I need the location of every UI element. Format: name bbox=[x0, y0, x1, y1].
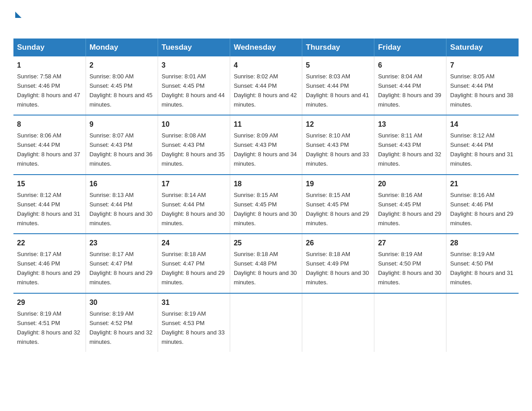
calendar-day-cell: 16Sunrise: 8:13 AMSunset: 4:44 PMDayligh… bbox=[86, 175, 158, 234]
day-number: 6 bbox=[378, 60, 442, 71]
day-number: 13 bbox=[378, 119, 442, 130]
calendar-day-cell: 20Sunrise: 8:16 AMSunset: 4:45 PMDayligh… bbox=[374, 175, 446, 234]
calendar-day-cell: 25Sunrise: 8:18 AMSunset: 4:48 PMDayligh… bbox=[230, 234, 302, 293]
day-number: 15 bbox=[17, 179, 82, 190]
day-number: 19 bbox=[306, 179, 370, 190]
calendar-day-cell: 1Sunrise: 7:58 AMSunset: 4:46 PMDaylight… bbox=[13, 56, 86, 115]
day-info: Sunrise: 8:16 AMSunset: 4:46 PMDaylight:… bbox=[450, 192, 513, 227]
day-info: Sunrise: 8:00 AMSunset: 4:45 PMDaylight:… bbox=[90, 73, 153, 108]
calendar-day-cell: 22Sunrise: 8:17 AMSunset: 4:46 PMDayligh… bbox=[13, 234, 86, 293]
header-saturday: Saturday bbox=[446, 39, 519, 56]
day-number: 17 bbox=[162, 179, 226, 190]
day-info: Sunrise: 8:19 AMSunset: 4:52 PMDaylight:… bbox=[90, 310, 153, 345]
calendar-day-cell: 31Sunrise: 8:19 AMSunset: 4:53 PMDayligh… bbox=[158, 293, 230, 352]
day-number: 26 bbox=[306, 238, 370, 249]
day-info: Sunrise: 8:17 AMSunset: 4:46 PMDaylight:… bbox=[17, 251, 80, 286]
day-info: Sunrise: 8:11 AMSunset: 4:43 PMDaylight:… bbox=[378, 132, 441, 167]
day-info: Sunrise: 8:19 AMSunset: 4:50 PMDaylight:… bbox=[378, 251, 441, 286]
calendar-day-cell: 10Sunrise: 8:08 AMSunset: 4:43 PMDayligh… bbox=[158, 115, 230, 174]
logo: General bbox=[13, 9, 62, 30]
day-number: 16 bbox=[90, 179, 154, 190]
calendar-week-row: 1Sunrise: 7:58 AMSunset: 4:46 PMDaylight… bbox=[13, 56, 519, 115]
day-info: Sunrise: 8:09 AMSunset: 4:43 PMDaylight:… bbox=[234, 132, 297, 167]
calendar-day-cell bbox=[374, 293, 446, 352]
day-number: 30 bbox=[90, 297, 154, 308]
day-info: Sunrise: 8:19 AMSunset: 4:53 PMDaylight:… bbox=[162, 310, 225, 345]
day-info: Sunrise: 8:12 AMSunset: 4:44 PMDaylight:… bbox=[17, 192, 80, 227]
day-number: 25 bbox=[234, 238, 298, 249]
calendar-day-cell: 30Sunrise: 8:19 AMSunset: 4:52 PMDayligh… bbox=[86, 293, 158, 352]
calendar-day-cell: 3Sunrise: 8:01 AMSunset: 4:45 PMDaylight… bbox=[158, 56, 230, 115]
day-number: 12 bbox=[306, 119, 370, 130]
header-sunday: Sunday bbox=[13, 39, 86, 56]
calendar-day-cell: 28Sunrise: 8:19 AMSunset: 4:50 PMDayligh… bbox=[446, 234, 519, 293]
day-number: 28 bbox=[450, 238, 515, 249]
header-thursday: Thursday bbox=[302, 39, 374, 56]
day-info: Sunrise: 8:14 AMSunset: 4:44 PMDaylight:… bbox=[162, 192, 225, 227]
day-number: 31 bbox=[162, 297, 226, 308]
calendar-week-row: 8Sunrise: 8:06 AMSunset: 4:44 PMDaylight… bbox=[13, 115, 519, 174]
calendar-day-cell bbox=[446, 293, 519, 352]
day-number: 9 bbox=[90, 119, 154, 130]
day-number: 7 bbox=[450, 60, 515, 71]
calendar-header-row: Sunday Monday Tuesday Wednesday Thursday… bbox=[13, 39, 519, 56]
day-info: Sunrise: 8:17 AMSunset: 4:47 PMDaylight:… bbox=[90, 251, 153, 286]
calendar-day-cell: 6Sunrise: 8:04 AMSunset: 4:44 PMDaylight… bbox=[374, 56, 446, 115]
header-wednesday: Wednesday bbox=[230, 39, 302, 56]
calendar-day-cell: 11Sunrise: 8:09 AMSunset: 4:43 PMDayligh… bbox=[230, 115, 302, 174]
day-number: 1 bbox=[17, 60, 82, 71]
day-info: Sunrise: 8:13 AMSunset: 4:44 PMDaylight:… bbox=[90, 192, 153, 227]
day-info: Sunrise: 8:06 AMSunset: 4:44 PMDaylight:… bbox=[17, 132, 80, 167]
day-info: Sunrise: 8:08 AMSunset: 4:43 PMDaylight:… bbox=[162, 132, 225, 167]
day-info: Sunrise: 8:19 AMSunset: 4:50 PMDaylight:… bbox=[450, 251, 513, 286]
day-number: 5 bbox=[306, 60, 370, 71]
day-info: Sunrise: 8:02 AMSunset: 4:44 PMDaylight:… bbox=[234, 73, 297, 108]
calendar-body: 1Sunrise: 7:58 AMSunset: 4:46 PMDaylight… bbox=[13, 56, 519, 352]
day-info: Sunrise: 8:16 AMSunset: 4:45 PMDaylight:… bbox=[378, 192, 441, 227]
day-number: 10 bbox=[162, 119, 226, 130]
header-monday: Monday bbox=[86, 39, 158, 56]
header-friday: Friday bbox=[374, 39, 446, 56]
calendar-day-cell: 2Sunrise: 8:00 AMSunset: 4:45 PMDaylight… bbox=[86, 56, 158, 115]
day-info: Sunrise: 8:18 AMSunset: 4:48 PMDaylight:… bbox=[234, 251, 297, 286]
calendar-day-cell: 9Sunrise: 8:07 AMSunset: 4:43 PMDaylight… bbox=[86, 115, 158, 174]
page-header: General bbox=[13, 9, 519, 30]
day-number: 4 bbox=[234, 60, 298, 71]
day-number: 2 bbox=[90, 60, 154, 71]
calendar-day-cell: 27Sunrise: 8:19 AMSunset: 4:50 PMDayligh… bbox=[374, 234, 446, 293]
day-info: Sunrise: 8:01 AMSunset: 4:45 PMDaylight:… bbox=[162, 73, 225, 108]
day-info: Sunrise: 8:18 AMSunset: 4:49 PMDaylight:… bbox=[306, 251, 369, 286]
day-info: Sunrise: 7:58 AMSunset: 4:46 PMDaylight:… bbox=[17, 73, 80, 108]
day-info: Sunrise: 8:15 AMSunset: 4:45 PMDaylight:… bbox=[306, 192, 369, 227]
calendar-day-cell: 26Sunrise: 8:18 AMSunset: 4:49 PMDayligh… bbox=[302, 234, 374, 293]
calendar-day-cell: 17Sunrise: 8:14 AMSunset: 4:44 PMDayligh… bbox=[158, 175, 230, 234]
calendar-day-cell: 29Sunrise: 8:19 AMSunset: 4:51 PMDayligh… bbox=[13, 293, 86, 352]
day-info: Sunrise: 8:03 AMSunset: 4:44 PMDaylight:… bbox=[306, 73, 369, 108]
calendar-table: Sunday Monday Tuesday Wednesday Thursday… bbox=[13, 39, 519, 352]
day-number: 18 bbox=[234, 179, 298, 190]
day-number: 20 bbox=[378, 179, 442, 190]
calendar-day-cell: 24Sunrise: 8:18 AMSunset: 4:47 PMDayligh… bbox=[158, 234, 230, 293]
day-info: Sunrise: 8:05 AMSunset: 4:44 PMDaylight:… bbox=[450, 73, 513, 108]
day-number: 23 bbox=[90, 238, 154, 249]
calendar-day-cell bbox=[230, 293, 302, 352]
header-tuesday: Tuesday bbox=[158, 39, 230, 56]
calendar-day-cell: 12Sunrise: 8:10 AMSunset: 4:43 PMDayligh… bbox=[302, 115, 374, 174]
day-info: Sunrise: 8:07 AMSunset: 4:43 PMDaylight:… bbox=[90, 132, 153, 167]
calendar-day-cell: 5Sunrise: 8:03 AMSunset: 4:44 PMDaylight… bbox=[302, 56, 374, 115]
calendar-day-cell bbox=[302, 293, 374, 352]
day-number: 27 bbox=[378, 238, 442, 249]
day-number: 22 bbox=[17, 238, 82, 249]
calendar-day-cell: 15Sunrise: 8:12 AMSunset: 4:44 PMDayligh… bbox=[13, 175, 86, 234]
calendar-day-cell: 19Sunrise: 8:15 AMSunset: 4:45 PMDayligh… bbox=[302, 175, 374, 234]
calendar-day-cell: 8Sunrise: 8:06 AMSunset: 4:44 PMDaylight… bbox=[13, 115, 86, 174]
day-number: 8 bbox=[17, 119, 82, 130]
calendar-week-row: 22Sunrise: 8:17 AMSunset: 4:46 PMDayligh… bbox=[13, 234, 519, 293]
calendar-day-cell: 18Sunrise: 8:15 AMSunset: 4:45 PMDayligh… bbox=[230, 175, 302, 234]
calendar-week-row: 29Sunrise: 8:19 AMSunset: 4:51 PMDayligh… bbox=[13, 293, 519, 352]
day-number: 29 bbox=[17, 297, 82, 308]
day-info: Sunrise: 8:10 AMSunset: 4:43 PMDaylight:… bbox=[306, 132, 369, 167]
day-info: Sunrise: 8:19 AMSunset: 4:51 PMDaylight:… bbox=[17, 310, 80, 345]
calendar-day-cell: 4Sunrise: 8:02 AMSunset: 4:44 PMDaylight… bbox=[230, 56, 302, 115]
day-number: 3 bbox=[162, 60, 226, 71]
